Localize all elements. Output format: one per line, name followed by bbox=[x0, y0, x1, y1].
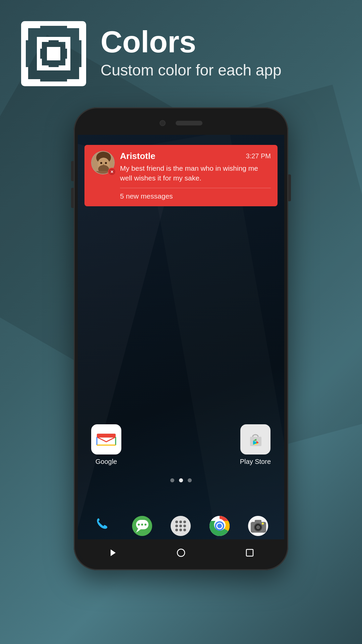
svg-point-22 bbox=[100, 162, 102, 164]
app-icon-google[interactable]: Google bbox=[91, 424, 121, 466]
svg-point-53 bbox=[183, 525, 186, 527]
notification-sender: Aristotle bbox=[120, 151, 155, 161]
nav-back-button[interactable] bbox=[102, 543, 122, 563]
phone-body: Aristotle 3:27 PM My best friend is the … bbox=[74, 107, 288, 570]
svg-point-68 bbox=[262, 523, 264, 525]
notification-title-row: Aristotle 3:27 PM bbox=[120, 151, 271, 161]
svg-point-46 bbox=[144, 524, 146, 526]
svg-rect-11 bbox=[39, 39, 42, 49]
svg-point-50 bbox=[183, 521, 186, 523]
svg-point-44 bbox=[138, 524, 140, 526]
svg-point-23 bbox=[105, 162, 107, 164]
svg-point-54 bbox=[175, 529, 178, 531]
notification-card[interactable]: Aristotle 3:27 PM My best friend is the … bbox=[84, 145, 278, 206]
svg-point-45 bbox=[141, 524, 143, 526]
dock-phone-icon[interactable] bbox=[90, 513, 117, 539]
playstore-icon-img bbox=[240, 424, 270, 454]
home-apps-row: Google bbox=[78, 424, 284, 466]
svg-rect-13 bbox=[65, 39, 69, 49]
svg-point-49 bbox=[179, 521, 182, 523]
svg-rect-18 bbox=[47, 47, 60, 60]
app-label-playstore: Play Store bbox=[240, 458, 271, 466]
app-label-google: Google bbox=[96, 458, 117, 466]
svg-point-55 bbox=[179, 529, 182, 531]
svg-point-48 bbox=[175, 521, 178, 523]
screen-content: Aristotle 3:27 PM My best friend is the … bbox=[78, 135, 284, 566]
dock-app-drawer-icon[interactable] bbox=[168, 513, 194, 539]
phone-screen: Aristotle 3:27 PM My best friend is the … bbox=[78, 111, 284, 566]
nav-home-button[interactable] bbox=[171, 543, 191, 563]
notification-avatar-wrapper bbox=[91, 151, 115, 174]
svg-rect-2 bbox=[23, 23, 28, 40]
svg-rect-8 bbox=[79, 67, 84, 84]
phone-top-bar bbox=[78, 111, 284, 135]
svg-rect-17 bbox=[65, 59, 69, 69]
front-camera bbox=[160, 120, 166, 126]
notification-header: Aristotle 3:27 PM My best friend is the … bbox=[91, 151, 271, 200]
volume-up-button bbox=[71, 161, 74, 181]
page-subtitle: Custom color for each app bbox=[101, 60, 282, 80]
page-indicators bbox=[78, 478, 284, 482]
speaker-grille bbox=[176, 121, 202, 125]
notification-dismiss-badge[interactable] bbox=[108, 168, 116, 176]
page-dot-1 bbox=[170, 478, 174, 482]
svg-rect-6 bbox=[23, 67, 28, 84]
svg-rect-67 bbox=[255, 520, 261, 523]
power-button bbox=[288, 174, 291, 201]
notification-count: 5 new messages bbox=[120, 192, 271, 200]
notification-body: Aristotle 3:27 PM My best friend is the … bbox=[120, 151, 271, 200]
app-logo-icon bbox=[20, 20, 87, 87]
nav-recents-button[interactable] bbox=[240, 543, 260, 563]
page-dot-3 bbox=[188, 478, 192, 482]
svg-point-66 bbox=[256, 525, 260, 529]
header: Colors Custom color for each app bbox=[20, 20, 342, 87]
notification-time: 3:27 PM bbox=[246, 152, 271, 160]
svg-point-52 bbox=[179, 525, 182, 527]
svg-point-70 bbox=[177, 549, 185, 556]
bottom-dock bbox=[78, 513, 284, 539]
svg-point-56 bbox=[183, 529, 186, 531]
header-text: Colors Custom color for each app bbox=[101, 20, 282, 80]
svg-rect-4 bbox=[79, 23, 84, 40]
notification-divider bbox=[120, 188, 271, 188]
volume-down-button bbox=[71, 188, 74, 208]
svg-point-51 bbox=[175, 525, 178, 527]
svg-rect-71 bbox=[246, 549, 253, 556]
svg-point-40 bbox=[93, 515, 114, 537]
dock-chrome-icon[interactable] bbox=[206, 513, 233, 539]
notification-message: My best friend is the man who in wishing… bbox=[120, 163, 271, 183]
svg-marker-69 bbox=[111, 549, 116, 556]
dock-camera-icon[interactable] bbox=[245, 513, 272, 539]
page-dot-2 bbox=[179, 478, 183, 482]
page-title: Colors bbox=[101, 27, 282, 57]
nav-bar bbox=[78, 539, 284, 566]
phone-mockup: Aristotle 3:27 PM My best friend is the … bbox=[74, 107, 288, 570]
app-icon-playstore[interactable]: Play Store bbox=[240, 424, 271, 466]
dock-hangouts-icon[interactable] bbox=[129, 513, 156, 539]
svg-point-61 bbox=[217, 524, 222, 528]
svg-rect-15 bbox=[39, 59, 42, 69]
gmail-icon-img bbox=[91, 424, 121, 454]
